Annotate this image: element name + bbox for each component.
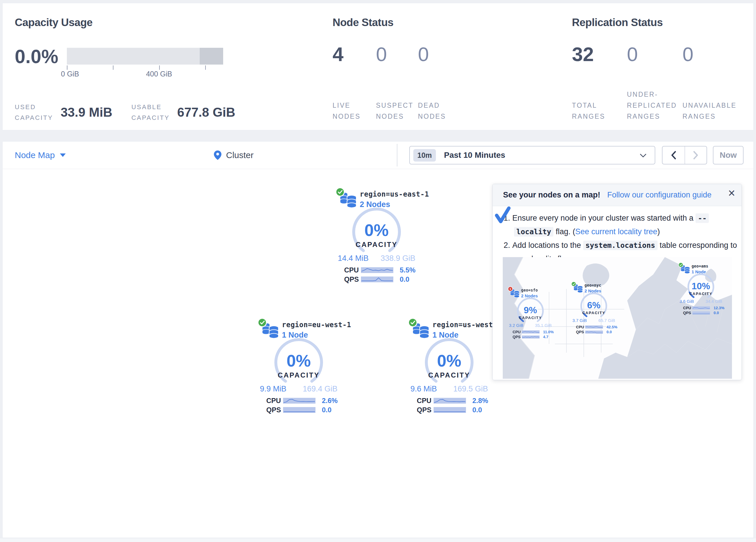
qps-sparkline <box>522 336 540 339</box>
cpu-value: 42.5% <box>607 325 617 329</box>
used-capacity-metric: USEDCAPACITY 33.9 MiB <box>15 102 112 123</box>
healthy-check-badge <box>258 318 267 327</box>
unavailable-ranges-value: 0 <box>682 44 693 64</box>
qps-value: 0.0 <box>714 311 719 315</box>
chevron-right-icon <box>693 151 699 159</box>
cluster-summary-bar: Capacity Usage 0.0% 0 GiB 400 Gi <box>2 3 754 130</box>
qps-value: 4.7 <box>543 335 548 339</box>
code-system-locations: system.locations <box>583 240 658 250</box>
region-used-capacity: 14.4 MiB <box>338 254 369 263</box>
qps-sparkline <box>434 407 466 413</box>
under-replicated-value: 0 <box>627 44 638 64</box>
healthy-check-badge <box>335 187 345 196</box>
popup-title: See your nodes on a map! <box>503 190 600 199</box>
healthy-check-badge <box>408 318 417 327</box>
cpu-value: 11.0% <box>543 330 554 334</box>
toolbar-divider <box>397 144 397 166</box>
mini-node-group-nyc[interactable]: geo=nyc 2 Nodes 6% CAPACITY 3.7 GiB 65.7… <box>570 281 618 335</box>
configuration-guide-link[interactable]: Follow our configuration guide <box>607 190 711 199</box>
breadcrumb[interactable]: Cluster <box>214 141 254 169</box>
cpu-value: 5.5% <box>400 266 416 274</box>
capacity-tick-400: 400 GiB <box>146 70 172 78</box>
qps-value: 0.0 <box>472 406 482 414</box>
used-capacity-value: 33.9 MiB <box>60 105 112 120</box>
live-nodes-stat: 4 LIVENODES <box>333 16 376 124</box>
region-total-capacity: 169.5 GiB <box>453 385 488 394</box>
completed-check-icon <box>494 206 511 224</box>
region-name: geo=sfo <box>521 288 538 293</box>
region-name: region=us-east-1 <box>360 190 429 198</box>
total-ranges-stat: 32 TOTALRANGES <box>572 16 627 124</box>
gauge-percent: 0% <box>333 220 420 240</box>
code-locality-flag-2: locality <box>514 227 553 236</box>
chevron-down-icon <box>640 153 647 158</box>
locality-tree-link[interactable]: See current locality tree <box>575 227 657 236</box>
region-total-capacity: 169.4 GiB <box>303 385 337 394</box>
time-range-badge: 10m <box>413 149 436 161</box>
gauge-capacity-label: CAPACITY <box>507 316 554 320</box>
unavailable-ranges-stat: 0 UNAVAILABLERANGES <box>682 16 746 124</box>
gauge-capacity-label: CAPACITY <box>677 292 725 296</box>
qps-value: 0.0 <box>400 276 409 284</box>
cpu-label: CPU <box>513 330 522 334</box>
dead-nodes-value: 0 <box>418 44 429 64</box>
gauge-percent: 6% <box>570 300 618 311</box>
capacity-percent: 0.0% <box>15 48 57 65</box>
suspect-nodes-value: 0 <box>376 44 387 64</box>
warning-count-badge: 1 <box>508 287 513 292</box>
cpu-label: CPU <box>683 306 692 310</box>
prev-range-button[interactable] <box>663 146 685 164</box>
node-group-us-west-1[interactable]: region=us-west-1 1 Node 0% CAPACITY 9.6 … <box>406 317 493 416</box>
next-range-button[interactable] <box>685 146 707 164</box>
cpu-label: CPU <box>344 266 361 274</box>
code-locality-flag-1: -- <box>696 213 709 223</box>
region-used-capacity: 9.9 MiB <box>260 385 287 394</box>
now-button[interactable]: Now <box>713 146 744 164</box>
capacity-bar-track <box>67 48 223 65</box>
view-mode-dropdown[interactable]: Node Map <box>15 141 66 169</box>
cpu-label: CPU <box>576 325 585 329</box>
location-pin-icon <box>214 150 221 160</box>
time-range-label: Past 10 Minutes <box>444 150 505 160</box>
region-total-capacity: 35.1 GiB <box>535 323 552 328</box>
under-replicated-ranges-stat: 0 UNDER-REPLICATEDRANGES <box>627 16 682 124</box>
qps-sparkline <box>585 331 603 334</box>
qps-value: 0.0 <box>322 406 331 414</box>
mini-node-group-sfo[interactable]: 1 geo=sfo 2 Nodes <box>507 286 554 340</box>
qps-label: QPS <box>576 330 585 334</box>
cpu-label: CPU <box>417 397 434 405</box>
region-total-capacity: 34.4 GiB <box>705 299 722 304</box>
cpu-value: 2.8% <box>472 397 488 405</box>
chevron-left-icon <box>671 151 676 159</box>
live-nodes-value: 4 <box>333 44 344 64</box>
region-name: region=us-west-1 <box>432 321 502 329</box>
gauge-capacity-label: CAPACITY <box>333 240 420 249</box>
time-range-dropdown[interactable]: 10m Past 10 Minutes <box>409 146 655 164</box>
cpu-sparkline <box>692 306 710 310</box>
usable-capacity-metric: USABLECAPACITY 677.8 GiB <box>131 102 235 123</box>
capacity-tick-0: 0 GiB <box>61 70 79 78</box>
close-icon[interactable]: × <box>728 187 735 199</box>
healthy-check-badge <box>678 262 683 267</box>
total-ranges-value: 32 <box>572 44 594 64</box>
qps-label: QPS <box>683 311 692 315</box>
gauge-percent: 9% <box>507 305 554 315</box>
qps-sparkline <box>361 277 393 282</box>
region-total-capacity: 65.7 GiB <box>598 318 615 323</box>
capacity-bar-other-segment <box>200 48 223 65</box>
region-used-capacity: 9.6 MiB <box>410 385 437 394</box>
view-mode-label: Node Map <box>15 150 55 160</box>
gauge-percent: 0% <box>406 351 493 370</box>
capacity-bar: 0 GiB 400 GiB <box>67 48 223 78</box>
node-group-eu-west-1[interactable]: region=eu-west-1 1 Node 0% CAPACITY 9.9 … <box>255 317 342 416</box>
region-used-capacity: 3.7 GiB <box>572 318 587 323</box>
healthy-check-badge <box>571 282 576 287</box>
mini-node-group-ams[interactable]: geo=ams 1 Node 10% CAPACITY 3.6 GiB 34.4… <box>677 262 725 316</box>
dead-nodes-stat: 0 DEADNODES <box>418 16 464 124</box>
node-group-us-east-1[interactable]: region=us-east-1 2 Nodes 0% CAPACITY 14.… <box>333 187 420 285</box>
cpu-value: 2.6% <box>322 397 338 405</box>
cpu-sparkline <box>434 398 466 404</box>
gauge-capacity-label: CAPACITY <box>570 311 618 315</box>
node-map-canvas: region=us-east-1 2 Nodes 0% CAPACITY 14.… <box>2 169 754 538</box>
cpu-label: CPU <box>266 397 283 405</box>
